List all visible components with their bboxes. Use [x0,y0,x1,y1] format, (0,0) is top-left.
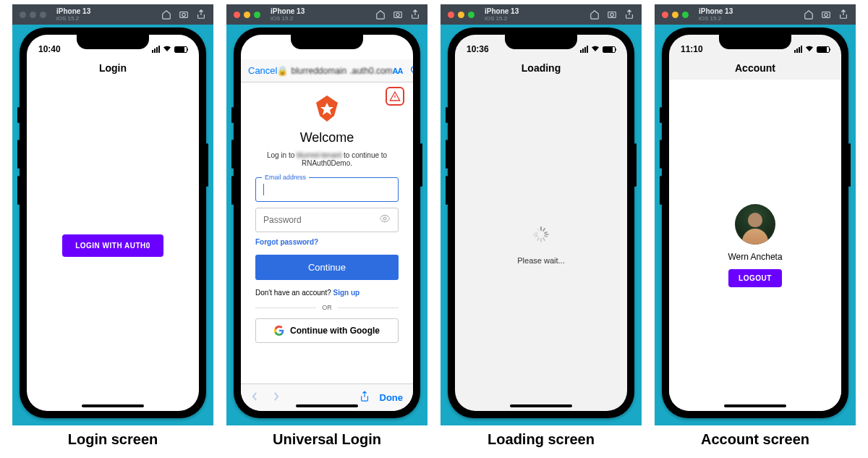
zoom-dot[interactable] [682,12,689,18]
email-field[interactable]: Email address [255,177,399,202]
traffic-lights[interactable] [662,12,689,18]
signal-icon [794,46,802,53]
share-icon[interactable] [410,9,420,20]
svg-rect-5 [608,12,616,18]
zoom-dot[interactable] [254,12,260,18]
wifi-icon [805,44,814,54]
status-time: 10:40 [38,44,61,54]
close-dot[interactable] [448,12,454,18]
text-size-icon[interactable]: AA [393,67,403,75]
home-icon[interactable] [590,9,600,20]
continue-with-google-button[interactable]: Continue with Google [255,318,399,343]
auth-body: Welcome Log in to blurred-tenant to cont… [241,82,413,383]
back-icon[interactable] [251,391,259,404]
wifi-icon [591,44,600,54]
simulator-toolbar: iPhone 13 iOS 15.2 [226,4,427,25]
show-password-icon[interactable] [379,213,391,227]
battery-icon [603,46,616,53]
caption: Account screen [701,431,809,448]
address[interactable]: 🔒 blurreddomain.auth0.com [277,66,392,76]
alert-icon[interactable] [386,87,404,106]
done-link[interactable]: Done [380,392,404,403]
safari-bar: Cancel 🔒 blurreddomain.auth0.com AA [241,59,413,82]
share-icon[interactable] [838,9,848,20]
svg-line-14 [537,238,539,240]
zoom-dot[interactable] [40,12,46,18]
status-time: 11:10 [681,44,703,54]
forgot-password-link[interactable]: Forgot password? [255,238,399,246]
reload-icon[interactable] [409,64,413,77]
svg-line-17 [535,232,537,233]
svg-rect-19 [822,12,830,18]
traffic-lights[interactable] [234,12,260,18]
zoom-dot[interactable] [468,12,475,18]
close-dot[interactable] [234,12,240,18]
svg-point-3 [396,13,399,16]
close-dot[interactable] [20,12,26,18]
device-name: iPhone 13 [699,8,733,15]
wifi-icon [163,44,171,54]
close-dot[interactable] [662,12,668,18]
home-indicator[interactable] [510,404,572,407]
ios-version: iOS 15.2 [56,16,90,22]
svg-rect-2 [394,12,402,18]
username: Wern Ancheta [728,252,782,262]
cancel-link[interactable]: Cancel [248,65,277,76]
share-icon[interactable] [359,391,370,405]
continue-button[interactable]: Continue [255,255,399,280]
simulator-window-loading: iPhone 13 iOS 15.2 10:36 Loading [441,4,642,425]
screenshot-icon[interactable] [821,9,831,20]
password-field[interactable]: Password [255,208,399,232]
simulator-window-account: iPhone 13 iOS 15.2 11:10 Account [655,4,856,425]
minimize-dot[interactable] [458,12,464,18]
svg-point-4 [383,217,386,220]
device-name: iPhone 13 [56,8,90,15]
please-wait-text: Please wait... [517,256,564,265]
screenshot-icon[interactable] [607,9,617,20]
login-with-auth0-button[interactable]: LOGIN WITH AUTH0 [62,234,163,257]
signup-link[interactable]: Sign up [333,289,360,297]
ios-version: iOS 15.2 [485,16,519,22]
caption: Login screen [68,431,158,448]
signal-icon [580,46,588,53]
svg-rect-0 [180,12,188,18]
svg-line-12 [543,238,545,240]
battery-icon [174,46,187,53]
avatar [735,204,775,245]
svg-line-11 [545,236,547,237]
ios-version: iOS 15.2 [699,16,733,22]
svg-line-9 [545,232,547,233]
forward-icon[interactable] [272,391,280,404]
simulator-toolbar: iPhone 13 iOS 15.2 [12,4,213,25]
home-indicator[interactable] [724,404,786,407]
home-icon[interactable] [804,9,814,20]
share-icon[interactable] [624,9,634,20]
share-icon[interactable] [196,9,206,20]
device-name: iPhone 13 [271,8,305,15]
signup-line: Don't have an account? Sign up [255,289,399,297]
svg-line-15 [535,236,537,237]
screenshot-icon[interactable] [179,9,189,20]
phone-frame: Cancel 🔒 blurreddomain.auth0.com AA Welc… [234,27,420,418]
welcome-title: Welcome [255,130,399,145]
nav-title: Loading [455,59,627,80]
device-name: iPhone 13 [485,8,519,15]
signal-icon [152,46,160,53]
minimize-dot[interactable] [244,12,250,18]
phone-frame: 10:36 Loading Please wait... [448,27,634,418]
minimize-dot[interactable] [672,12,678,18]
home-indicator[interactable] [296,404,358,407]
lock-icon: 🔒 [277,66,288,76]
home-indicator[interactable] [82,404,144,407]
home-icon[interactable] [375,9,386,20]
svg-point-20 [825,13,827,16]
screenshot-icon[interactable] [393,9,403,20]
logout-button[interactable]: LOGOUT [728,269,782,287]
traffic-lights[interactable] [20,12,46,18]
minimize-dot[interactable] [30,12,36,18]
caption: Universal Login [273,431,381,448]
email-label: Email address [262,174,309,181]
spinner-icon [532,226,550,246]
home-icon[interactable] [161,9,171,20]
traffic-lights[interactable] [448,12,475,18]
